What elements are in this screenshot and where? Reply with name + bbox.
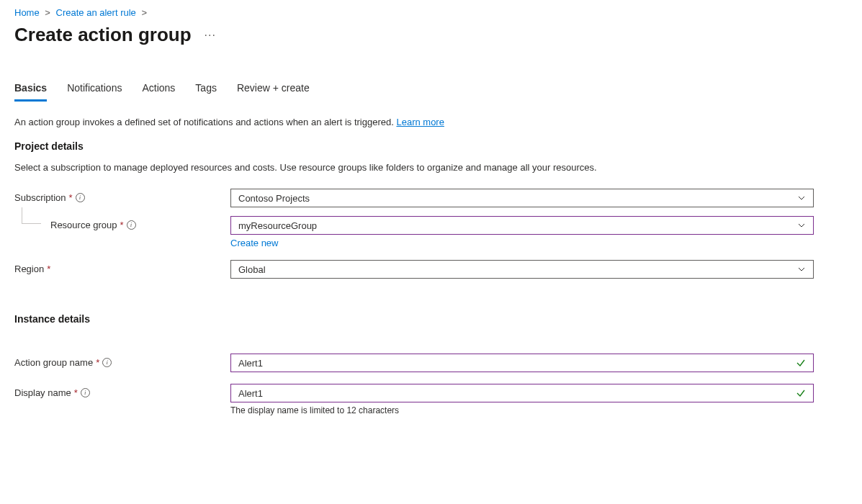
tabs: Basics Notifications Actions Tags Review… bbox=[14, 82, 848, 102]
region-label: Region * bbox=[14, 260, 230, 274]
resource-group-select[interactable]: myResourceGroup bbox=[230, 216, 814, 235]
display-name-input[interactable]: Alert1 bbox=[230, 384, 814, 402]
action-group-name-label-text: Action group name bbox=[14, 357, 93, 368]
resource-group-row: Resource group * i myResourceGroup Creat… bbox=[14, 216, 848, 248]
subscription-row: Subscription * i Contoso Projects bbox=[14, 189, 848, 207]
chevron-down-icon bbox=[797, 221, 806, 230]
breadcrumb-separator: > bbox=[42, 7, 53, 18]
page-title-row: Create action group ··· bbox=[14, 24, 848, 46]
action-group-name-label: Action group name * i bbox=[14, 354, 230, 368]
display-name-row: Display name * i Alert1 The display name… bbox=[14, 384, 848, 415]
create-new-link[interactable]: Create new bbox=[230, 238, 278, 248]
project-details-heading: Project details bbox=[14, 140, 848, 152]
region-value: Global bbox=[238, 264, 266, 275]
tab-review-create[interactable]: Review + create bbox=[237, 82, 310, 102]
create-new-link-wrap: Create new bbox=[230, 238, 814, 248]
tab-actions[interactable]: Actions bbox=[142, 82, 175, 102]
info-icon[interactable]: i bbox=[81, 388, 90, 397]
required-asterisk: * bbox=[74, 387, 78, 398]
region-label-text: Region bbox=[14, 264, 44, 274]
resource-group-value: myResourceGroup bbox=[238, 220, 317, 231]
action-group-name-value: Alert1 bbox=[238, 358, 263, 369]
tab-description: An action group invokes a defined set of… bbox=[14, 117, 848, 127]
subscription-label-text: Subscription bbox=[14, 192, 66, 203]
breadcrumb-alert-rule[interactable]: Create an alert rule bbox=[56, 7, 136, 18]
region-row: Region * Global bbox=[14, 260, 848, 279]
display-name-helper: The display name is limited to 12 charac… bbox=[230, 405, 814, 415]
info-icon[interactable]: i bbox=[127, 220, 136, 230]
chevron-down-icon bbox=[797, 194, 806, 202]
subscription-select[interactable]: Contoso Projects bbox=[230, 189, 814, 207]
required-asterisk: * bbox=[69, 192, 73, 203]
resource-group-label-text: Resource group bbox=[50, 220, 117, 230]
description-text: An action group invokes a defined set of… bbox=[14, 117, 396, 127]
project-details-desc: Select a subscription to manage deployed… bbox=[14, 162, 848, 173]
display-name-value: Alert1 bbox=[238, 388, 263, 399]
breadcrumb-home[interactable]: Home bbox=[14, 7, 40, 18]
resource-group-label: Resource group * i bbox=[14, 216, 230, 230]
info-icon[interactable]: i bbox=[102, 358, 112, 367]
page-title: Create action group bbox=[14, 24, 192, 46]
tab-basics[interactable]: Basics bbox=[14, 82, 47, 102]
display-name-label: Display name * i bbox=[14, 384, 230, 398]
subscription-label: Subscription * i bbox=[14, 189, 230, 203]
subscription-value: Contoso Projects bbox=[238, 193, 310, 204]
action-group-name-row: Action group name * i Alert1 bbox=[14, 354, 848, 372]
display-name-label-text: Display name bbox=[14, 387, 71, 398]
breadcrumb-separator: > bbox=[138, 7, 150, 18]
instance-details-heading: Instance details bbox=[14, 313, 848, 325]
tab-tags[interactable]: Tags bbox=[195, 82, 217, 102]
learn-more-link[interactable]: Learn more bbox=[396, 117, 444, 127]
more-icon[interactable]: ··· bbox=[205, 29, 216, 42]
required-asterisk: * bbox=[47, 264, 50, 274]
info-icon[interactable]: i bbox=[76, 193, 85, 202]
check-icon bbox=[796, 388, 806, 398]
required-asterisk: * bbox=[120, 220, 124, 230]
region-select[interactable]: Global bbox=[230, 260, 814, 279]
required-asterisk: * bbox=[96, 357, 99, 368]
tab-notifications[interactable]: Notifications bbox=[67, 82, 122, 102]
chevron-down-icon bbox=[797, 265, 806, 274]
action-group-name-input[interactable]: Alert1 bbox=[230, 354, 814, 372]
check-icon bbox=[796, 358, 806, 368]
breadcrumb: Home > Create an alert rule > bbox=[14, 7, 848, 18]
